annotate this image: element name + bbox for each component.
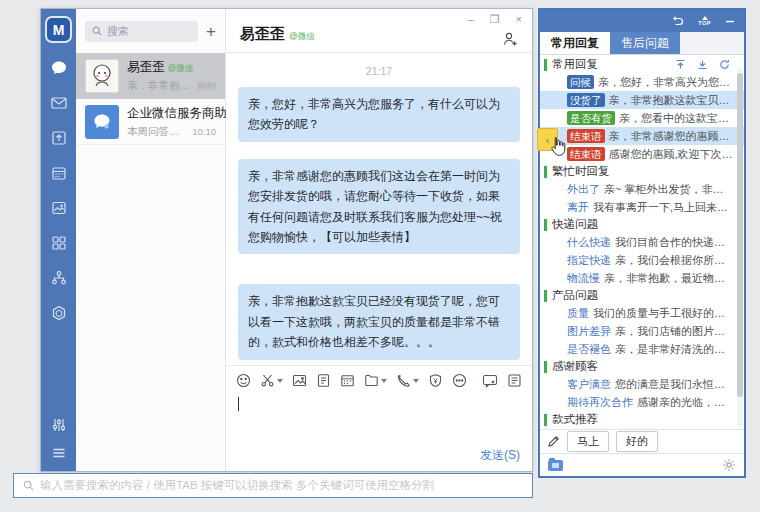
- global-search-input[interactable]: 输入需要搜索的内容 / 使用TAB 按键可以切换搜索 多个关键词可使用空格分割: [13, 473, 533, 498]
- conversation-item-wecom-helper[interactable]: 企业微信服务商助手 本周问答精选 10:10: [76, 99, 225, 145]
- panel-footer: [540, 453, 744, 476]
- quick-reply-row[interactable]: 期待再次合作感谢亲的光临，期待再合作啦!，...: [540, 393, 744, 411]
- search-icon: [92, 26, 102, 36]
- gear-icon[interactable]: [722, 458, 736, 472]
- message-list: 21:17 亲，您好，非常高兴为您服务了，有什么可以为您效劳的呢？ 亲，非常感谢…: [226, 53, 532, 365]
- group-header[interactable]: 快递问题: [540, 216, 744, 233]
- caret-down-icon: [277, 379, 283, 383]
- file-icon[interactable]: [316, 373, 331, 388]
- org-structure-icon[interactable]: [49, 268, 69, 288]
- quick-reply-row[interactable]: 离开我有事离开一下,马上回来，请稍后。: [540, 198, 744, 216]
- minimize-button[interactable]: –: [468, 14, 474, 25]
- app-logo[interactable]: M: [45, 16, 72, 43]
- chat-title: 易歪歪: [240, 25, 285, 44]
- more-tools-icon[interactable]: [452, 373, 467, 388]
- conversation-name: 易歪歪: [127, 59, 165, 76]
- quick-reply-row[interactable]: 客户满意您的满意是我们永恒的追求，售后如...: [540, 375, 744, 393]
- scrollbar-thumb[interactable]: [737, 73, 743, 397]
- group-bar: [544, 414, 547, 426]
- phone-icon[interactable]: [396, 373, 419, 388]
- quick-reply-row[interactable]: 物流慢亲，非常抱歉，最近物流比较繁忙，发...: [540, 269, 744, 287]
- caret-down-icon: [413, 379, 419, 383]
- chats-nav-icon[interactable]: [49, 58, 69, 78]
- conversation-item-yiwaiwai[interactable]: 易歪歪 @微信 亲，非常抱歉这款宝... 刚刚: [76, 53, 225, 99]
- message-timestamp: 21:17: [238, 65, 520, 77]
- scroll-to-top-icon[interactable]: TOP: [698, 16, 711, 27]
- quick-reply-row[interactable]: 是否褪色亲，是非常好清洗的，您第一次洗的...: [540, 340, 744, 358]
- plugins-icon[interactable]: [49, 303, 69, 323]
- menu-hamburger-icon[interactable]: [49, 443, 69, 463]
- transfer-shield-icon[interactable]: [428, 373, 443, 388]
- quick-reply-row[interactable]: 外出了亲~ 掌柜外出发货，非常抱歉不能及时...: [540, 180, 744, 198]
- quick-reply-row[interactable]: 指定快递亲，我们会根据你所在的地址匹配合...: [540, 251, 744, 269]
- app-rail: M: [41, 9, 76, 471]
- send-button[interactable]: 发送(S): [480, 447, 520, 464]
- group-header[interactable]: 产品问题: [540, 287, 744, 304]
- mouse-hand-cursor: [549, 136, 567, 157]
- chat-search-input[interactable]: 搜索: [85, 21, 198, 42]
- quick-reply-row[interactable]: 结束语感谢您的惠顾,欢迎下次光临,再见。: [540, 145, 744, 163]
- message-input-area[interactable]: 发送(S): [226, 365, 532, 471]
- search-icon: [23, 480, 34, 491]
- expand-all-icon[interactable]: [697, 59, 708, 70]
- tab-common-replies[interactable]: 常用回复: [540, 32, 610, 54]
- calendar-icon[interactable]: [49, 163, 69, 183]
- quick-reply-row[interactable]: 款式一亲看下这款跟您要的那款款式，板型上...: [540, 428, 744, 429]
- group-header[interactable]: 常用回复: [540, 56, 744, 73]
- add-member-icon[interactable]: [502, 31, 518, 47]
- edit-pencil-icon[interactable]: [547, 435, 560, 448]
- collapse-all-icon[interactable]: [675, 59, 686, 70]
- folder-icon[interactable]: [364, 373, 387, 388]
- gallery-icon[interactable]: [49, 198, 69, 218]
- mail-icon[interactable]: [49, 93, 69, 113]
- conversation-list: 搜索 + 易歪歪 @微信 亲，非常抱歉这款宝... 刚刚: [76, 9, 226, 471]
- quick-reply-row[interactable]: 什么快递我们目前合作的快递为：申通、韵达...: [540, 233, 744, 251]
- quick-reply-row[interactable]: 结束语亲，非常感谢您的惠顾我们这边会在第...: [540, 127, 744, 145]
- maximize-button[interactable]: ❐: [490, 14, 500, 25]
- close-button[interactable]: ×: [516, 14, 522, 25]
- group-header[interactable]: 感谢顾客: [540, 358, 744, 375]
- tab-aftersale-questions[interactable]: 售后问题: [610, 32, 680, 54]
- emoji-icon[interactable]: [236, 373, 251, 388]
- screenshot-icon[interactable]: [260, 373, 283, 388]
- wechat-badge: @微信: [168, 63, 194, 75]
- conversation-preview: 本周问答精选: [127, 125, 188, 139]
- apps-grid-icon[interactable]: [49, 233, 69, 253]
- conversation-preview: 亲，非常抱歉这款宝...: [127, 79, 193, 93]
- quick-reply-panel: TOP 常用回复 售后问题 常用回复 问候亲，您好，非常: [538, 8, 746, 478]
- conversation-name: 企业微信服务商助手: [127, 105, 240, 122]
- library-folder-icon[interactable]: [548, 460, 563, 471]
- quick-reply-row[interactable]: 是否有货亲，您看中的这款宝贝是有现货的呢...: [540, 109, 744, 127]
- panel-tabs: 常用回复 售后问题: [540, 32, 744, 55]
- quick-reply-list: 常用回复 问候亲，您好，非常高兴为您服务了，有什么... 没货了亲，非常抱歉这款…: [540, 55, 744, 429]
- avatar: [85, 59, 119, 93]
- message-bubble: 亲，您好，非常高兴为您服务了，有什么可以为您效劳的呢？: [238, 87, 520, 142]
- quick-reply-bubble-icon[interactable]: [482, 373, 498, 388]
- avatar: [85, 105, 119, 139]
- quick-reply-row[interactable]: 质量我们的质量与手工很好的，是实拍图，请...: [540, 304, 744, 322]
- quick-reply-row[interactable]: 问候亲，您好，非常高兴为您服务了，有什么...: [540, 73, 744, 91]
- chat-record-list-icon[interactable]: [507, 373, 522, 388]
- quick-reply-row[interactable]: 图片差异亲，我们店铺的图片都是实物拍摄的...: [540, 322, 744, 340]
- calendar-tool-icon[interactable]: [340, 373, 355, 388]
- image-icon[interactable]: [292, 373, 307, 388]
- settings-sliders-icon[interactable]: [49, 415, 69, 435]
- panel-minimize-icon[interactable]: [725, 16, 735, 26]
- new-chat-button[interactable]: +: [206, 23, 216, 40]
- chat-search-placeholder: 搜索: [107, 24, 129, 39]
- group-header[interactable]: 款式推荐: [540, 411, 744, 428]
- suggestion-chip[interactable]: 好的: [616, 431, 658, 452]
- quick-reply-row[interactable]: 没货了亲，非常抱歉这款宝贝已经没有现货了...: [540, 91, 744, 109]
- panel-titlebar: TOP: [540, 10, 744, 32]
- refresh-icon[interactable]: [719, 59, 730, 70]
- group-bar: [544, 59, 547, 71]
- chat-area: – ❐ × 易歪歪 @微信 21:17 亲，您好，非常高兴为您服务了，有什么可以…: [226, 9, 532, 471]
- pin-undo-icon[interactable]: [671, 16, 684, 27]
- suggestion-bar: 马上 好的: [540, 429, 744, 453]
- panel-scrollbar[interactable]: [737, 67, 743, 427]
- group-header[interactable]: 繁忙时回复: [540, 163, 744, 180]
- file-transfer-icon[interactable]: [49, 128, 69, 148]
- global-search-placeholder: 输入需要搜索的内容 / 使用TAB 按键可以切换搜索 多个关键词可使用空格分割: [40, 478, 434, 493]
- suggestion-chip[interactable]: 马上: [567, 431, 609, 452]
- group-bar: [544, 361, 547, 373]
